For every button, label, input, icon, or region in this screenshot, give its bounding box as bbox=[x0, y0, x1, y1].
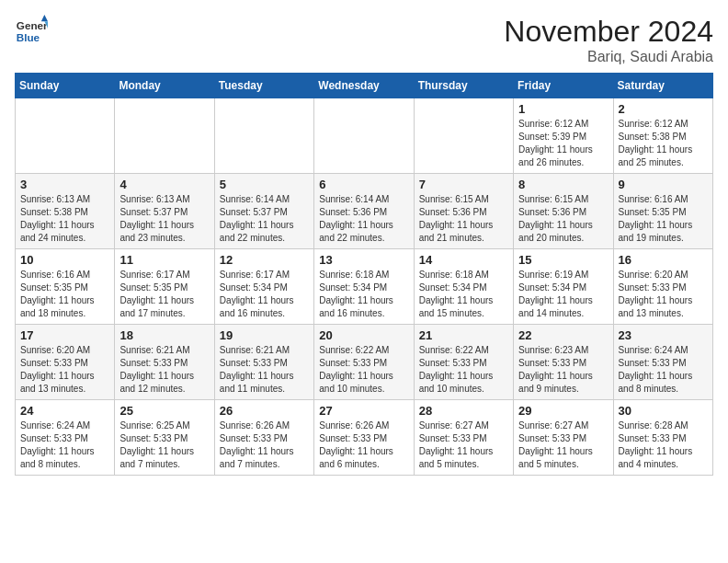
calendar-cell: 15Sunrise: 6:19 AM Sunset: 5:34 PM Dayli… bbox=[514, 249, 613, 325]
cell-info: Sunrise: 6:16 AM Sunset: 5:35 PM Dayligh… bbox=[619, 193, 708, 245]
day-number: 9 bbox=[619, 178, 708, 191]
calendar-cell: 9Sunrise: 6:16 AM Sunset: 5:35 PM Daylig… bbox=[613, 174, 712, 249]
cell-info: Sunrise: 6:20 AM Sunset: 5:33 PM Dayligh… bbox=[20, 344, 109, 396]
calendar-cell: 30Sunrise: 6:28 AM Sunset: 5:33 PM Dayli… bbox=[613, 400, 712, 476]
day-number: 6 bbox=[319, 178, 408, 191]
calendar-cell: 7Sunrise: 6:15 AM Sunset: 5:36 PM Daylig… bbox=[414, 174, 513, 249]
calendar-cell bbox=[115, 98, 214, 174]
weekday-header: Thursday bbox=[414, 74, 513, 98]
location-title: Bariq, Saudi Arabia bbox=[504, 49, 713, 65]
calendar-cell: 14Sunrise: 6:18 AM Sunset: 5:34 PM Dayli… bbox=[414, 249, 513, 325]
day-number: 28 bbox=[419, 404, 508, 418]
weekday-header: Monday bbox=[115, 74, 214, 98]
day-number: 18 bbox=[119, 328, 209, 342]
day-number: 17 bbox=[20, 328, 109, 342]
calendar-cell: 12Sunrise: 6:17 AM Sunset: 5:34 PM Dayli… bbox=[214, 249, 313, 325]
calendar-cell: 10Sunrise: 6:16 AM Sunset: 5:35 PM Dayli… bbox=[16, 249, 115, 325]
cell-info: Sunrise: 6:20 AM Sunset: 5:33 PM Dayligh… bbox=[619, 269, 708, 320]
svg-marker-2 bbox=[41, 15, 48, 21]
day-number: 25 bbox=[119, 404, 209, 418]
page-header: General Blue November 2024 Bariq, Saudi … bbox=[15, 15, 713, 65]
day-number: 12 bbox=[220, 253, 309, 267]
cell-info: Sunrise: 6:26 AM Sunset: 5:33 PM Dayligh… bbox=[220, 419, 309, 471]
calendar-cell: 18Sunrise: 6:21 AM Sunset: 5:33 PM Dayli… bbox=[115, 325, 214, 400]
day-number: 24 bbox=[20, 404, 109, 418]
cell-info: Sunrise: 6:14 AM Sunset: 5:36 PM Dayligh… bbox=[319, 193, 408, 245]
calendar-cell: 24Sunrise: 6:24 AM Sunset: 5:33 PM Dayli… bbox=[16, 400, 115, 476]
calendar-cell: 19Sunrise: 6:21 AM Sunset: 5:33 PM Dayli… bbox=[214, 325, 313, 400]
calendar-cell: 29Sunrise: 6:27 AM Sunset: 5:33 PM Dayli… bbox=[514, 400, 613, 476]
cell-info: Sunrise: 6:17 AM Sunset: 5:35 PM Dayligh… bbox=[119, 269, 209, 320]
cell-info: Sunrise: 6:25 AM Sunset: 5:33 PM Dayligh… bbox=[119, 419, 209, 471]
title-block: November 2024 Bariq, Saudi Arabia bbox=[504, 15, 713, 65]
cell-info: Sunrise: 6:21 AM Sunset: 5:33 PM Dayligh… bbox=[119, 344, 209, 396]
cell-info: Sunrise: 6:17 AM Sunset: 5:34 PM Dayligh… bbox=[220, 269, 309, 320]
calendar-cell: 20Sunrise: 6:22 AM Sunset: 5:33 PM Dayli… bbox=[314, 325, 414, 400]
cell-info: Sunrise: 6:21 AM Sunset: 5:33 PM Dayligh… bbox=[220, 344, 309, 396]
day-number: 14 bbox=[419, 253, 508, 267]
cell-info: Sunrise: 6:27 AM Sunset: 5:33 PM Dayligh… bbox=[419, 419, 508, 471]
day-number: 13 bbox=[319, 253, 408, 267]
day-number: 26 bbox=[220, 404, 309, 418]
calendar-cell: 26Sunrise: 6:26 AM Sunset: 5:33 PM Dayli… bbox=[214, 400, 313, 476]
calendar-cell: 4Sunrise: 6:13 AM Sunset: 5:37 PM Daylig… bbox=[115, 174, 214, 249]
calendar-cell: 23Sunrise: 6:24 AM Sunset: 5:33 PM Dayli… bbox=[613, 325, 712, 400]
day-number: 4 bbox=[119, 178, 209, 191]
day-number: 16 bbox=[619, 253, 708, 267]
day-number: 11 bbox=[119, 253, 209, 267]
cell-info: Sunrise: 6:28 AM Sunset: 5:33 PM Dayligh… bbox=[619, 419, 708, 471]
day-number: 7 bbox=[419, 178, 508, 191]
cell-info: Sunrise: 6:15 AM Sunset: 5:36 PM Dayligh… bbox=[518, 193, 608, 245]
cell-info: Sunrise: 6:22 AM Sunset: 5:33 PM Dayligh… bbox=[319, 344, 408, 396]
day-number: 20 bbox=[319, 328, 408, 342]
logo: General Blue bbox=[15, 15, 48, 48]
cell-info: Sunrise: 6:19 AM Sunset: 5:34 PM Dayligh… bbox=[518, 269, 608, 320]
calendar-cell bbox=[214, 98, 313, 174]
calendar-cell: 2Sunrise: 6:12 AM Sunset: 5:38 PM Daylig… bbox=[613, 98, 712, 174]
cell-info: Sunrise: 6:18 AM Sunset: 5:34 PM Dayligh… bbox=[319, 269, 408, 320]
calendar-cell bbox=[16, 98, 115, 174]
cell-info: Sunrise: 6:15 AM Sunset: 5:36 PM Dayligh… bbox=[419, 193, 508, 245]
day-number: 27 bbox=[319, 404, 408, 418]
calendar-cell: 13Sunrise: 6:18 AM Sunset: 5:34 PM Dayli… bbox=[314, 249, 414, 325]
calendar-cell: 5Sunrise: 6:14 AM Sunset: 5:37 PM Daylig… bbox=[214, 174, 313, 249]
calendar-cell: 6Sunrise: 6:14 AM Sunset: 5:36 PM Daylig… bbox=[314, 174, 414, 249]
cell-info: Sunrise: 6:18 AM Sunset: 5:34 PM Dayligh… bbox=[419, 269, 508, 320]
day-number: 1 bbox=[518, 102, 608, 116]
cell-info: Sunrise: 6:13 AM Sunset: 5:38 PM Dayligh… bbox=[20, 193, 109, 245]
day-number: 30 bbox=[619, 404, 708, 418]
calendar-cell: 8Sunrise: 6:15 AM Sunset: 5:36 PM Daylig… bbox=[514, 174, 613, 249]
calendar-cell: 28Sunrise: 6:27 AM Sunset: 5:33 PM Dayli… bbox=[414, 400, 513, 476]
cell-info: Sunrise: 6:12 AM Sunset: 5:39 PM Dayligh… bbox=[518, 118, 608, 169]
calendar-cell: 11Sunrise: 6:17 AM Sunset: 5:35 PM Dayli… bbox=[115, 249, 214, 325]
calendar-table: SundayMondayTuesdayWednesdayThursdayFrid… bbox=[15, 73, 713, 476]
cell-info: Sunrise: 6:14 AM Sunset: 5:37 PM Dayligh… bbox=[220, 193, 309, 245]
weekday-header: Saturday bbox=[613, 74, 712, 98]
calendar-cell: 27Sunrise: 6:26 AM Sunset: 5:33 PM Dayli… bbox=[314, 400, 414, 476]
calendar-cell: 3Sunrise: 6:13 AM Sunset: 5:38 PM Daylig… bbox=[16, 174, 115, 249]
cell-info: Sunrise: 6:27 AM Sunset: 5:33 PM Dayligh… bbox=[518, 419, 608, 471]
weekday-header: Sunday bbox=[16, 74, 115, 98]
day-number: 3 bbox=[20, 178, 109, 191]
cell-info: Sunrise: 6:12 AM Sunset: 5:38 PM Dayligh… bbox=[619, 118, 708, 169]
day-number: 2 bbox=[619, 102, 708, 116]
svg-text:Blue: Blue bbox=[17, 31, 40, 43]
calendar-cell: 21Sunrise: 6:22 AM Sunset: 5:33 PM Dayli… bbox=[414, 325, 513, 400]
weekday-header: Friday bbox=[514, 74, 613, 98]
day-number: 23 bbox=[619, 328, 708, 342]
calendar-cell: 22Sunrise: 6:23 AM Sunset: 5:33 PM Dayli… bbox=[514, 325, 613, 400]
cell-info: Sunrise: 6:24 AM Sunset: 5:33 PM Dayligh… bbox=[619, 344, 708, 396]
day-number: 19 bbox=[220, 328, 309, 342]
calendar-cell: 1Sunrise: 6:12 AM Sunset: 5:39 PM Daylig… bbox=[514, 98, 613, 174]
cell-info: Sunrise: 6:16 AM Sunset: 5:35 PM Dayligh… bbox=[20, 269, 109, 320]
day-number: 22 bbox=[518, 328, 608, 342]
calendar-cell bbox=[414, 98, 513, 174]
month-title: November 2024 bbox=[504, 15, 713, 49]
cell-info: Sunrise: 6:26 AM Sunset: 5:33 PM Dayligh… bbox=[319, 419, 408, 471]
calendar-cell: 17Sunrise: 6:20 AM Sunset: 5:33 PM Dayli… bbox=[16, 325, 115, 400]
weekday-header: Wednesday bbox=[314, 74, 414, 98]
weekday-header: Tuesday bbox=[214, 74, 313, 98]
calendar-cell bbox=[314, 98, 414, 174]
cell-info: Sunrise: 6:23 AM Sunset: 5:33 PM Dayligh… bbox=[518, 344, 608, 396]
day-number: 21 bbox=[419, 328, 508, 342]
